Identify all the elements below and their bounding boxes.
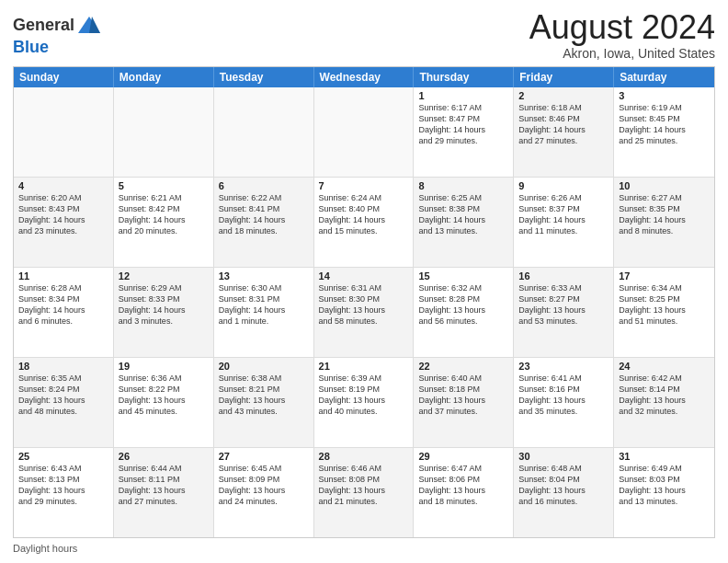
cell-info: Sunrise: 6:46 AM Sunset: 8:08 PM Dayligh… xyxy=(319,463,409,508)
day-number: 19 xyxy=(119,361,209,372)
title-block: August 2024 Akron, Iowa, United States xyxy=(529,9,715,61)
day-number: 30 xyxy=(518,451,609,462)
logo-blue: Blue xyxy=(13,39,102,57)
header-cell-monday: Monday xyxy=(114,67,214,87)
day-number: 7 xyxy=(319,180,409,191)
calendar-cell: 23Sunrise: 6:41 AM Sunset: 8:16 PM Dayli… xyxy=(514,358,614,447)
calendar-row: 1Sunrise: 6:17 AM Sunset: 8:47 PM Daylig… xyxy=(14,87,714,178)
day-number: 8 xyxy=(418,180,508,191)
calendar-header: SundayMondayTuesdayWednesdayThursdayFrid… xyxy=(14,67,714,87)
calendar-cell: 25Sunrise: 6:43 AM Sunset: 8:13 PM Dayli… xyxy=(14,448,114,537)
header: General Blue August 2024 Akron, Iowa, Un… xyxy=(13,9,715,61)
logo-general: General xyxy=(13,17,74,35)
cell-info: Sunrise: 6:48 AM Sunset: 8:04 PM Dayligh… xyxy=(518,463,609,508)
cell-info: Sunrise: 6:32 AM Sunset: 8:28 PM Dayligh… xyxy=(418,282,508,327)
calendar-cell: 17Sunrise: 6:34 AM Sunset: 8:25 PM Dayli… xyxy=(614,268,714,357)
day-number: 12 xyxy=(119,270,209,282)
cell-info: Sunrise: 6:19 AM Sunset: 8:45 PM Dayligh… xyxy=(619,102,710,147)
day-number: 15 xyxy=(418,270,508,282)
calendar-cell xyxy=(14,87,114,177)
calendar-cell: 9Sunrise: 6:26 AM Sunset: 8:37 PM Daylig… xyxy=(514,178,614,267)
day-number: 13 xyxy=(219,270,309,282)
day-number: 1 xyxy=(418,90,508,101)
calendar-cell: 14Sunrise: 6:31 AM Sunset: 8:30 PM Dayli… xyxy=(314,268,415,357)
day-number: 18 xyxy=(18,361,108,372)
calendar-cell: 10Sunrise: 6:27 AM Sunset: 8:35 PM Dayli… xyxy=(614,178,714,267)
day-number: 31 xyxy=(619,451,710,462)
day-number: 24 xyxy=(619,361,710,372)
calendar-cell: 3Sunrise: 6:19 AM Sunset: 8:45 PM Daylig… xyxy=(614,87,714,177)
cell-info: Sunrise: 6:27 AM Sunset: 8:35 PM Dayligh… xyxy=(619,192,710,237)
calendar-cell xyxy=(214,87,314,177)
cell-info: Sunrise: 6:44 AM Sunset: 8:11 PM Dayligh… xyxy=(119,463,209,508)
day-number: 2 xyxy=(518,90,609,101)
cell-info: Sunrise: 6:30 AM Sunset: 8:31 PM Dayligh… xyxy=(219,282,309,327)
calendar-row: 18Sunrise: 6:35 AM Sunset: 8:24 PM Dayli… xyxy=(14,358,714,448)
main-title: August 2024 xyxy=(529,9,715,46)
calendar-cell: 27Sunrise: 6:45 AM Sunset: 8:09 PM Dayli… xyxy=(214,448,314,537)
cell-info: Sunrise: 6:34 AM Sunset: 8:25 PM Dayligh… xyxy=(619,282,710,327)
svg-marker-1 xyxy=(89,17,100,33)
cell-info: Sunrise: 6:24 AM Sunset: 8:40 PM Dayligh… xyxy=(319,192,409,237)
calendar-cell: 7Sunrise: 6:24 AM Sunset: 8:40 PM Daylig… xyxy=(314,178,415,267)
day-number: 10 xyxy=(619,180,710,191)
header-cell-wednesday: Wednesday xyxy=(314,67,415,87)
calendar-cell: 31Sunrise: 6:49 AM Sunset: 8:03 PM Dayli… xyxy=(614,448,714,537)
logo: General Blue xyxy=(13,13,102,57)
calendar-cell: 13Sunrise: 6:30 AM Sunset: 8:31 PM Dayli… xyxy=(214,268,314,357)
calendar: SundayMondayTuesdayWednesdayThursdayFrid… xyxy=(13,66,715,538)
calendar-cell: 20Sunrise: 6:38 AM Sunset: 8:21 PM Dayli… xyxy=(214,358,314,447)
cell-info: Sunrise: 6:47 AM Sunset: 8:06 PM Dayligh… xyxy=(418,463,508,508)
day-number: 9 xyxy=(518,180,609,191)
calendar-cell: 30Sunrise: 6:48 AM Sunset: 8:04 PM Dayli… xyxy=(514,448,614,537)
calendar-row: 4Sunrise: 6:20 AM Sunset: 8:43 PM Daylig… xyxy=(14,178,714,268)
day-number: 28 xyxy=(319,451,409,462)
day-number: 29 xyxy=(418,451,508,462)
calendar-cell: 28Sunrise: 6:46 AM Sunset: 8:08 PM Dayli… xyxy=(314,448,415,537)
cell-info: Sunrise: 6:28 AM Sunset: 8:34 PM Dayligh… xyxy=(18,282,108,327)
cell-info: Sunrise: 6:45 AM Sunset: 8:09 PM Dayligh… xyxy=(219,463,309,508)
calendar-cell: 18Sunrise: 6:35 AM Sunset: 8:24 PM Dayli… xyxy=(14,358,114,447)
day-number: 17 xyxy=(619,270,710,282)
day-number: 16 xyxy=(518,270,609,282)
calendar-cell xyxy=(314,87,415,177)
day-number: 6 xyxy=(219,180,309,191)
header-cell-saturday: Saturday xyxy=(614,67,714,87)
cell-info: Sunrise: 6:26 AM Sunset: 8:37 PM Dayligh… xyxy=(518,192,609,237)
calendar-cell: 24Sunrise: 6:42 AM Sunset: 8:14 PM Dayli… xyxy=(614,358,714,447)
calendar-cell xyxy=(114,87,214,177)
cell-info: Sunrise: 6:43 AM Sunset: 8:13 PM Dayligh… xyxy=(18,463,108,508)
day-number: 3 xyxy=(619,90,710,101)
cell-info: Sunrise: 6:18 AM Sunset: 8:46 PM Dayligh… xyxy=(518,102,609,147)
day-number: 26 xyxy=(119,451,209,462)
calendar-cell: 4Sunrise: 6:20 AM Sunset: 8:43 PM Daylig… xyxy=(14,178,114,267)
calendar-body: 1Sunrise: 6:17 AM Sunset: 8:47 PM Daylig… xyxy=(14,87,714,537)
day-number: 22 xyxy=(418,361,508,372)
calendar-cell: 2Sunrise: 6:18 AM Sunset: 8:46 PM Daylig… xyxy=(514,87,614,177)
day-number: 21 xyxy=(319,361,409,372)
day-number: 5 xyxy=(119,180,209,191)
cell-info: Sunrise: 6:22 AM Sunset: 8:41 PM Dayligh… xyxy=(219,192,309,237)
cell-info: Sunrise: 6:39 AM Sunset: 8:19 PM Dayligh… xyxy=(319,373,409,418)
calendar-cell: 1Sunrise: 6:17 AM Sunset: 8:47 PM Daylig… xyxy=(414,87,514,177)
cell-info: Sunrise: 6:25 AM Sunset: 8:38 PM Dayligh… xyxy=(418,192,508,237)
calendar-row: 11Sunrise: 6:28 AM Sunset: 8:34 PM Dayli… xyxy=(14,268,714,358)
calendar-cell: 21Sunrise: 6:39 AM Sunset: 8:19 PM Dayli… xyxy=(314,358,415,447)
calendar-cell: 22Sunrise: 6:40 AM Sunset: 8:18 PM Dayli… xyxy=(414,358,514,447)
day-number: 11 xyxy=(18,270,108,282)
day-number: 25 xyxy=(18,451,108,462)
header-cell-friday: Friday xyxy=(514,67,614,87)
cell-info: Sunrise: 6:17 AM Sunset: 8:47 PM Dayligh… xyxy=(418,102,508,147)
cell-info: Sunrise: 6:38 AM Sunset: 8:21 PM Dayligh… xyxy=(219,373,309,418)
cell-info: Sunrise: 6:31 AM Sunset: 8:30 PM Dayligh… xyxy=(319,282,409,327)
cell-info: Sunrise: 6:35 AM Sunset: 8:24 PM Dayligh… xyxy=(18,373,108,418)
calendar-row: 25Sunrise: 6:43 AM Sunset: 8:13 PM Dayli… xyxy=(14,448,714,537)
calendar-cell: 26Sunrise: 6:44 AM Sunset: 8:11 PM Dayli… xyxy=(114,448,214,537)
subtitle: Akron, Iowa, United States xyxy=(529,46,715,61)
calendar-cell: 19Sunrise: 6:36 AM Sunset: 8:22 PM Dayli… xyxy=(114,358,214,447)
cell-info: Sunrise: 6:33 AM Sunset: 8:27 PM Dayligh… xyxy=(518,282,609,327)
day-number: 20 xyxy=(219,361,309,372)
calendar-cell: 5Sunrise: 6:21 AM Sunset: 8:42 PM Daylig… xyxy=(114,178,214,267)
logo-icon xyxy=(76,13,102,39)
cell-info: Sunrise: 6:29 AM Sunset: 8:33 PM Dayligh… xyxy=(119,282,209,327)
